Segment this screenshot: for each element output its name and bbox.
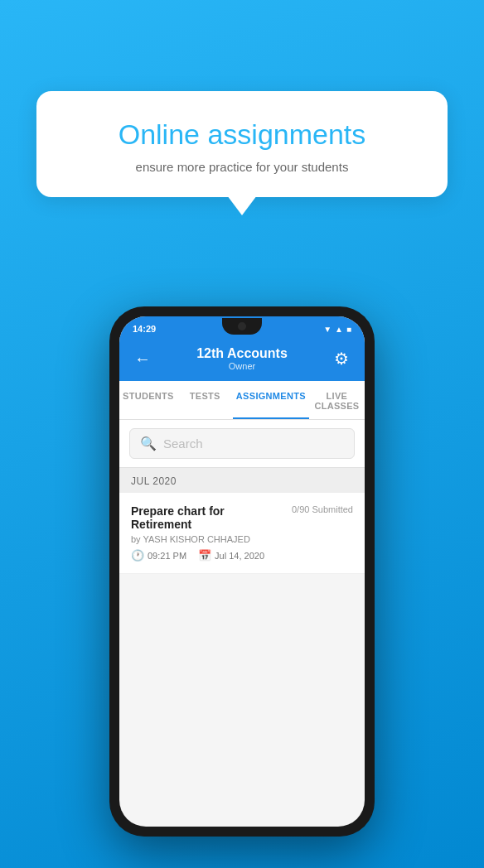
header-title-group: 12th Accounts Owner — [154, 346, 330, 371]
tab-assignments[interactable]: ASSIGNMENTS — [233, 381, 309, 419]
assignment-status: 0/90 Submitted — [292, 504, 353, 514]
settings-button[interactable]: ⚙ — [330, 349, 353, 369]
assignment-title: Prepare chart for Retirement — [131, 504, 285, 531]
phone-notch — [222, 318, 262, 335]
clock-icon: 🕐 — [131, 549, 144, 562]
bubble-subtext: ensure more practice for your students — [60, 160, 424, 174]
tab-students[interactable]: STUDENTS — [119, 381, 177, 419]
assignment-item[interactable]: Prepare chart for Retirement 0/90 Submit… — [119, 493, 365, 574]
app-header: ← 12th Accounts Owner ⚙ — [119, 340, 365, 381]
search-box[interactable]: 🔍 Search — [129, 428, 355, 459]
assignment-meta: 🕐 09:21 PM 📅 Jul 14, 2020 — [131, 549, 353, 562]
assignment-author: by YASH KISHOR CHHAJED — [131, 534, 353, 544]
search-placeholder: Search — [163, 436, 203, 451]
phone-mockup: 14:29 ▼ ▲ ■ ← 12th Accounts Owner ⚙ — [109, 306, 375, 837]
status-time: 14:29 — [133, 324, 156, 334]
bubble-headline: Online assignments — [60, 118, 424, 152]
tab-live-classes[interactable]: LIVE CLASSES — [309, 381, 365, 419]
phone-screen: 14:29 ▼ ▲ ■ ← 12th Accounts Owner ⚙ — [119, 316, 365, 827]
signal-icon: ▲ — [335, 325, 343, 334]
assignment-time: 🕐 09:21 PM — [131, 549, 186, 562]
app-subtitle: Owner — [154, 361, 330, 371]
search-icon: 🔍 — [140, 436, 157, 451]
assignment-top-row: Prepare chart for Retirement 0/90 Submit… — [131, 504, 353, 531]
background: Online assignments ensure more practice … — [0, 0, 484, 868]
section-label: JUL 2020 — [131, 475, 177, 487]
back-button[interactable]: ← — [131, 350, 154, 369]
calendar-icon: 📅 — [198, 549, 211, 562]
speech-bubble-card: Online assignments ensure more practice … — [36, 91, 448, 197]
tab-bar: STUDENTS TESTS ASSIGNMENTS LIVE CLASSES — [119, 381, 365, 420]
battery-icon: ■ — [346, 325, 351, 334]
phone-camera — [238, 322, 246, 330]
wifi-icon: ▼ — [323, 325, 332, 334]
assignment-date: 📅 Jul 14, 2020 — [198, 549, 264, 562]
section-header-jul2020: JUL 2020 — [119, 468, 365, 493]
tab-tests[interactable]: TESTS — [177, 381, 233, 419]
search-container: 🔍 Search — [119, 420, 365, 468]
app-title: 12th Accounts — [154, 346, 330, 361]
status-icons: ▼ ▲ ■ — [323, 325, 351, 334]
